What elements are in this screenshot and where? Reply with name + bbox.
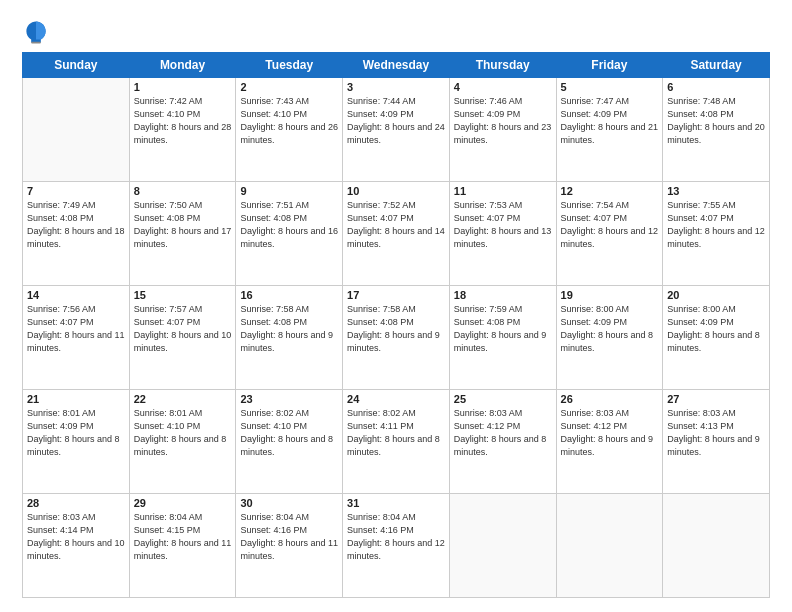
day-cell: 30Sunrise: 8:04 AMSunset: 4:16 PMDayligh…	[236, 494, 343, 598]
day-cell: 28Sunrise: 8:03 AMSunset: 4:14 PMDayligh…	[23, 494, 130, 598]
week-row-1: 7Sunrise: 7:49 AMSunset: 4:08 PMDaylight…	[23, 182, 770, 286]
logo-icon	[22, 18, 50, 46]
day-number: 14	[27, 289, 125, 301]
day-cell: 3Sunrise: 7:44 AMSunset: 4:09 PMDaylight…	[343, 78, 450, 182]
day-info: Sunrise: 8:00 AMSunset: 4:09 PMDaylight:…	[667, 303, 765, 355]
day-number: 17	[347, 289, 445, 301]
day-info: Sunrise: 7:54 AMSunset: 4:07 PMDaylight:…	[561, 199, 659, 251]
day-number: 22	[134, 393, 232, 405]
day-info: Sunrise: 7:49 AMSunset: 4:08 PMDaylight:…	[27, 199, 125, 251]
day-cell: 16Sunrise: 7:58 AMSunset: 4:08 PMDayligh…	[236, 286, 343, 390]
weekday-header-row: SundayMondayTuesdayWednesdayThursdayFrid…	[23, 53, 770, 78]
day-cell: 31Sunrise: 8:04 AMSunset: 4:16 PMDayligh…	[343, 494, 450, 598]
day-number: 23	[240, 393, 338, 405]
day-number: 4	[454, 81, 552, 93]
day-info: Sunrise: 8:01 AMSunset: 4:10 PMDaylight:…	[134, 407, 232, 459]
day-info: Sunrise: 8:01 AMSunset: 4:09 PMDaylight:…	[27, 407, 125, 459]
day-info: Sunrise: 7:55 AMSunset: 4:07 PMDaylight:…	[667, 199, 765, 251]
day-number: 19	[561, 289, 659, 301]
weekday-header-friday: Friday	[556, 53, 663, 78]
day-info: Sunrise: 8:00 AMSunset: 4:09 PMDaylight:…	[561, 303, 659, 355]
day-info: Sunrise: 7:48 AMSunset: 4:08 PMDaylight:…	[667, 95, 765, 147]
day-info: Sunrise: 7:57 AMSunset: 4:07 PMDaylight:…	[134, 303, 232, 355]
week-row-0: 1Sunrise: 7:42 AMSunset: 4:10 PMDaylight…	[23, 78, 770, 182]
weekday-header-wednesday: Wednesday	[343, 53, 450, 78]
day-cell: 6Sunrise: 7:48 AMSunset: 4:08 PMDaylight…	[663, 78, 770, 182]
day-info: Sunrise: 8:02 AMSunset: 4:10 PMDaylight:…	[240, 407, 338, 459]
day-number: 2	[240, 81, 338, 93]
day-number: 15	[134, 289, 232, 301]
day-info: Sunrise: 7:58 AMSunset: 4:08 PMDaylight:…	[240, 303, 338, 355]
day-info: Sunrise: 7:47 AMSunset: 4:09 PMDaylight:…	[561, 95, 659, 147]
day-cell: 8Sunrise: 7:50 AMSunset: 4:08 PMDaylight…	[129, 182, 236, 286]
day-cell	[23, 78, 130, 182]
day-cell: 29Sunrise: 8:04 AMSunset: 4:15 PMDayligh…	[129, 494, 236, 598]
day-cell: 19Sunrise: 8:00 AMSunset: 4:09 PMDayligh…	[556, 286, 663, 390]
header	[22, 18, 770, 46]
day-cell: 5Sunrise: 7:47 AMSunset: 4:09 PMDaylight…	[556, 78, 663, 182]
day-number: 12	[561, 185, 659, 197]
day-cell: 2Sunrise: 7:43 AMSunset: 4:10 PMDaylight…	[236, 78, 343, 182]
day-cell: 27Sunrise: 8:03 AMSunset: 4:13 PMDayligh…	[663, 390, 770, 494]
day-cell: 15Sunrise: 7:57 AMSunset: 4:07 PMDayligh…	[129, 286, 236, 390]
day-number: 1	[134, 81, 232, 93]
day-info: Sunrise: 8:04 AMSunset: 4:16 PMDaylight:…	[240, 511, 338, 563]
day-number: 25	[454, 393, 552, 405]
week-row-2: 14Sunrise: 7:56 AMSunset: 4:07 PMDayligh…	[23, 286, 770, 390]
logo	[22, 18, 54, 46]
day-info: Sunrise: 7:59 AMSunset: 4:08 PMDaylight:…	[454, 303, 552, 355]
page: SundayMondayTuesdayWednesdayThursdayFrid…	[0, 0, 792, 612]
day-cell: 4Sunrise: 7:46 AMSunset: 4:09 PMDaylight…	[449, 78, 556, 182]
day-cell: 1Sunrise: 7:42 AMSunset: 4:10 PMDaylight…	[129, 78, 236, 182]
calendar: SundayMondayTuesdayWednesdayThursdayFrid…	[22, 52, 770, 598]
day-number: 27	[667, 393, 765, 405]
day-cell	[663, 494, 770, 598]
day-number: 24	[347, 393, 445, 405]
day-info: Sunrise: 8:04 AMSunset: 4:16 PMDaylight:…	[347, 511, 445, 563]
weekday-header-monday: Monday	[129, 53, 236, 78]
day-number: 10	[347, 185, 445, 197]
day-number: 13	[667, 185, 765, 197]
day-number: 30	[240, 497, 338, 509]
day-info: Sunrise: 8:03 AMSunset: 4:13 PMDaylight:…	[667, 407, 765, 459]
weekday-header-sunday: Sunday	[23, 53, 130, 78]
day-cell: 14Sunrise: 7:56 AMSunset: 4:07 PMDayligh…	[23, 286, 130, 390]
day-info: Sunrise: 7:58 AMSunset: 4:08 PMDaylight:…	[347, 303, 445, 355]
weekday-header-saturday: Saturday	[663, 53, 770, 78]
day-number: 3	[347, 81, 445, 93]
day-cell: 24Sunrise: 8:02 AMSunset: 4:11 PMDayligh…	[343, 390, 450, 494]
day-cell: 17Sunrise: 7:58 AMSunset: 4:08 PMDayligh…	[343, 286, 450, 390]
day-cell: 9Sunrise: 7:51 AMSunset: 4:08 PMDaylight…	[236, 182, 343, 286]
week-row-3: 21Sunrise: 8:01 AMSunset: 4:09 PMDayligh…	[23, 390, 770, 494]
day-number: 9	[240, 185, 338, 197]
day-number: 16	[240, 289, 338, 301]
day-cell: 10Sunrise: 7:52 AMSunset: 4:07 PMDayligh…	[343, 182, 450, 286]
weekday-header-thursday: Thursday	[449, 53, 556, 78]
day-cell: 7Sunrise: 7:49 AMSunset: 4:08 PMDaylight…	[23, 182, 130, 286]
day-cell: 12Sunrise: 7:54 AMSunset: 4:07 PMDayligh…	[556, 182, 663, 286]
day-cell: 13Sunrise: 7:55 AMSunset: 4:07 PMDayligh…	[663, 182, 770, 286]
day-cell	[449, 494, 556, 598]
day-number: 8	[134, 185, 232, 197]
day-cell: 11Sunrise: 7:53 AMSunset: 4:07 PMDayligh…	[449, 182, 556, 286]
day-number: 5	[561, 81, 659, 93]
day-info: Sunrise: 8:04 AMSunset: 4:15 PMDaylight:…	[134, 511, 232, 563]
day-info: Sunrise: 7:52 AMSunset: 4:07 PMDaylight:…	[347, 199, 445, 251]
weekday-header-tuesday: Tuesday	[236, 53, 343, 78]
day-number: 11	[454, 185, 552, 197]
day-info: Sunrise: 8:02 AMSunset: 4:11 PMDaylight:…	[347, 407, 445, 459]
week-row-4: 28Sunrise: 8:03 AMSunset: 4:14 PMDayligh…	[23, 494, 770, 598]
day-number: 21	[27, 393, 125, 405]
svg-rect-0	[31, 42, 41, 44]
day-cell: 22Sunrise: 8:01 AMSunset: 4:10 PMDayligh…	[129, 390, 236, 494]
day-cell: 23Sunrise: 8:02 AMSunset: 4:10 PMDayligh…	[236, 390, 343, 494]
day-cell: 21Sunrise: 8:01 AMSunset: 4:09 PMDayligh…	[23, 390, 130, 494]
day-info: Sunrise: 7:51 AMSunset: 4:08 PMDaylight:…	[240, 199, 338, 251]
day-number: 18	[454, 289, 552, 301]
day-info: Sunrise: 8:03 AMSunset: 4:12 PMDaylight:…	[561, 407, 659, 459]
day-info: Sunrise: 8:03 AMSunset: 4:12 PMDaylight:…	[454, 407, 552, 459]
day-info: Sunrise: 7:53 AMSunset: 4:07 PMDaylight:…	[454, 199, 552, 251]
day-number: 20	[667, 289, 765, 301]
day-info: Sunrise: 7:50 AMSunset: 4:08 PMDaylight:…	[134, 199, 232, 251]
day-cell: 25Sunrise: 8:03 AMSunset: 4:12 PMDayligh…	[449, 390, 556, 494]
